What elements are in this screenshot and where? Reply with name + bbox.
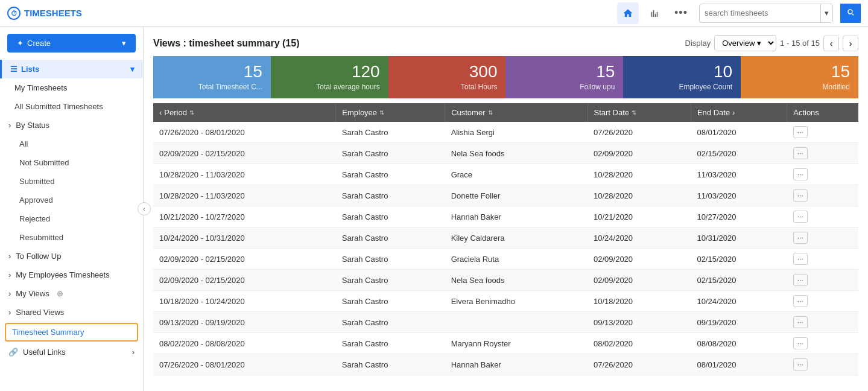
prev-page-button[interactable]: ‹ [823,36,839,51]
timesheet-summary-label: Timesheet Summary [12,328,84,337]
cell-customer: Maryann Royster [445,333,588,354]
sidebar-item-timesheet-summary[interactable]: Timesheet Summary [5,323,138,342]
cell-start-date: 02/09/2020 [588,270,691,291]
actions-button[interactable]: ··· [793,211,808,223]
sidebar-wrapper: ✦ Create ▾ ☰ Lists ▾ My Timesheets All S… [0,27,144,391]
cell-start-date: 10/24/2020 [588,227,691,249]
search-dropdown-button[interactable]: ▾ [820,4,832,22]
actions-button[interactable]: ··· [793,274,808,286]
search-input[interactable] [700,8,820,17]
cell-customer: Donette Foller [445,185,588,206]
col-customer[interactable]: Customer ⇅ [445,103,588,122]
useful-links-label: Useful Links [23,348,66,357]
my-employees-label: My Employees Timesheets [16,270,109,279]
my-timesheets-label: My Timesheets [14,83,67,92]
card-5-label: Employee Count [679,83,732,91]
more-button[interactable]: ••• [670,2,692,24]
summary-card-total-timesheet[interactable]: 15 Total Timesheet C... [153,56,271,98]
chart-button[interactable] [644,2,665,24]
cell-actions: ··· [787,291,858,312]
summary-card-modified[interactable]: 15 Modified [741,56,858,98]
sidebar-lists-header[interactable]: ☰ Lists ▾ [0,60,143,78]
col-end-date[interactable]: End Date › [691,103,787,122]
cell-end-date: 10/31/2020 [691,227,787,249]
content-header: Views : timesheet summary (15) Display O… [144,27,868,56]
my-views-add-icon[interactable]: ⊕ [57,289,63,298]
display-select[interactable]: Overview ▾ [714,35,776,51]
cell-actions: ··· [787,249,858,270]
cell-customer: Nela Sea foods [445,270,588,291]
summary-card-follow-up[interactable]: 15 Follow upu [505,56,623,98]
col-actions-label: Actions [793,108,819,117]
sidebar-item-all[interactable]: All [0,135,143,153]
content-area: Views : timesheet summary (15) Display O… [144,27,868,391]
summary-card-total-hours[interactable]: 300 Total Hours [388,56,506,98]
cell-actions: ··· [787,270,858,291]
sidebar-item-approved[interactable]: Approved [0,191,143,209]
actions-button[interactable]: ··· [793,189,808,202]
my-views-arrow: › [8,289,11,298]
col-start-date[interactable]: Start Date ⇅ [588,103,691,122]
sidebar-item-all-submitted[interactable]: All Submitted Timesheets [0,97,143,116]
create-button[interactable]: ✦ Create ▾ [7,34,136,52]
create-label: Create [27,39,51,48]
cell-period: 07/26/2020 - 08/01/2020 [153,354,336,375]
actions-button[interactable]: ··· [793,358,808,370]
cell-start-date: 02/09/2020 [588,143,691,164]
table-row: 10/21/2020 - 10/27/2020 Sarah Castro Han… [153,206,858,227]
shared-views-arrow: › [8,308,11,317]
home-button[interactable] [617,2,639,24]
sidebar-section-shared-views[interactable]: › Shared Views [0,303,143,322]
search-go-button[interactable] [840,4,861,23]
actions-button[interactable]: ··· [793,168,808,180]
cell-actions: ··· [787,354,858,375]
actions-button[interactable]: ··· [793,147,808,159]
sidebar-item-my-timesheets[interactable]: My Timesheets [0,78,143,97]
summary-card-employee-count[interactable]: 10 Employee Count [623,56,741,98]
cell-end-date: 02/15/2020 [691,270,787,291]
create-icon: ✦ [17,39,24,48]
col-customer-label: Customer [451,108,485,117]
cell-period: 02/09/2020 - 02/15/2020 [153,143,336,164]
sidebar-section-by-status[interactable]: › By Status [0,116,143,135]
actions-button[interactable]: ··· [793,253,808,265]
cell-end-date: 10/27/2020 [691,206,787,227]
sidebar-section-my-employees[interactable]: › My Employees Timesheets [0,265,143,284]
sidebar-item-not-submitted[interactable]: Not Submitted [0,153,143,172]
sidebar-item-rejected[interactable]: Rejected [0,209,143,228]
topnav: ⏱ TIMESHEETS ••• ▾ [0,0,868,27]
actions-button[interactable]: ··· [793,232,808,244]
next-page-button[interactable]: › [843,36,858,51]
actions-button[interactable]: ··· [793,126,808,138]
cell-customer: Kiley Caldarera [445,227,588,249]
cell-employee: Sarah Castro [336,312,445,333]
sidebar-section-my-views[interactable]: › My Views ⊕ [0,284,143,303]
cell-employee: Sarah Castro [336,354,445,375]
sidebar-item-resubmitted[interactable]: Resubmitted [0,228,143,247]
to-follow-up-label: To Follow Up [16,252,61,261]
cell-employee: Sarah Castro [336,206,445,227]
main-layout: ✦ Create ▾ ☰ Lists ▾ My Timesheets All S… [0,27,868,391]
cell-customer [445,312,588,333]
cell-period: 10/18/2020 - 10/24/2020 [153,291,336,312]
card-3-label: Total Hours [461,83,498,91]
create-dropdown-icon: ▾ [122,39,126,48]
summary-card-avg-hours[interactable]: 120 Total average hours [271,56,388,98]
actions-button[interactable]: ··· [793,295,808,307]
table-row: 08/02/2020 - 08/08/2020 Sarah Castro Mar… [153,333,858,354]
col-period[interactable]: ‹ Period ⇅ [153,103,336,122]
actions-button[interactable]: ··· [793,337,808,349]
sidebar-collapse-button[interactable]: ‹ [138,202,151,215]
col-employee[interactable]: Employee ⇅ [336,103,445,122]
cell-start-date: 02/09/2020 [588,249,691,270]
cell-end-date: 11/03/2020 [691,185,787,206]
display-label: Display [685,39,711,48]
cell-period: 10/28/2020 - 11/03/2020 [153,164,336,185]
cell-period: 10/21/2020 - 10/27/2020 [153,206,336,227]
sidebar-section-to-follow-up[interactable]: › To Follow Up [0,247,143,265]
actions-button[interactable]: ··· [793,316,808,328]
sidebar-item-submitted[interactable]: Submitted [0,172,143,191]
cell-period: 02/09/2020 - 02/15/2020 [153,270,336,291]
card-2-label: Total average hours [316,83,379,91]
sidebar-section-useful-links[interactable]: 🔗 Useful Links › [0,343,143,361]
